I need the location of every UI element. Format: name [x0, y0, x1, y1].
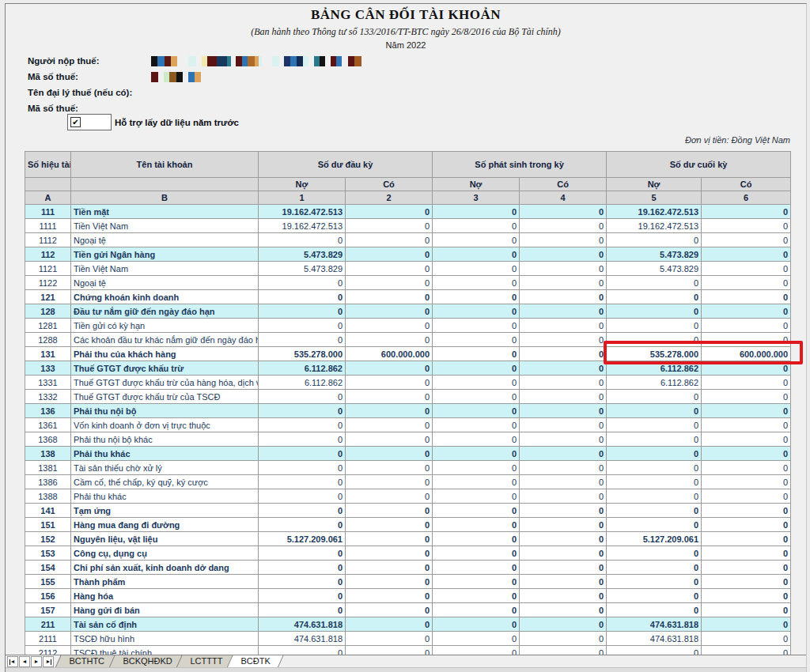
account-number-cell[interactable]: 1381: [25, 461, 71, 475]
value-cell[interactable]: 0: [346, 532, 433, 546]
value-cell[interactable]: 0: [346, 361, 433, 376]
value-cell[interactable]: 0: [346, 247, 433, 262]
value-cell[interactable]: 0: [433, 304, 520, 319]
value-cell[interactable]: 0: [702, 333, 791, 347]
sheet-tab-bckqhdkd[interactable]: BCKQHĐKD: [108, 655, 185, 668]
value-cell[interactable]: 0: [433, 319, 520, 333]
value-cell[interactable]: 0: [433, 489, 520, 504]
value-cell[interactable]: 0: [346, 575, 433, 589]
value-cell[interactable]: 0: [520, 304, 607, 319]
value-cell[interactable]: 0: [433, 418, 520, 432]
value-cell[interactable]: 0: [346, 518, 433, 532]
account-name-cell[interactable]: Tạm ứng: [71, 504, 259, 518]
value-cell[interactable]: 5.127.209.061: [607, 532, 702, 546]
next-sheet-button[interactable]: ►: [31, 656, 42, 667]
account-number-cell[interactable]: 121: [25, 290, 71, 304]
value-cell[interactable]: 0: [607, 447, 702, 461]
value-cell[interactable]: 0: [520, 475, 607, 489]
account-number-cell[interactable]: 152: [25, 532, 71, 546]
account-number-cell[interactable]: 111: [25, 205, 71, 219]
value-cell[interactable]: 0: [346, 432, 433, 447]
value-cell[interactable]: 0: [433, 390, 520, 404]
account-name-cell[interactable]: Phải thu khác: [71, 447, 259, 461]
account-name-cell[interactable]: Tiền Việt Nam: [71, 219, 259, 233]
value-cell[interactable]: 0: [702, 219, 791, 233]
account-name-cell[interactable]: Tiền Việt Nam: [71, 262, 259, 276]
value-cell[interactable]: 474.631.818: [607, 632, 702, 646]
value-cell[interactable]: 0: [520, 276, 607, 290]
account-name-cell[interactable]: Ngoại tệ: [71, 233, 259, 247]
value-cell[interactable]: 0: [520, 646, 607, 655]
value-cell[interactable]: 0: [433, 376, 520, 390]
value-cell[interactable]: 0: [702, 532, 791, 546]
value-cell[interactable]: 0: [520, 518, 607, 532]
value-cell[interactable]: 0: [702, 390, 791, 404]
account-name-cell[interactable]: Chứng khoán kinh doanh: [71, 290, 259, 304]
value-cell[interactable]: 0: [346, 276, 433, 290]
value-cell[interactable]: 0: [607, 475, 702, 489]
value-cell[interactable]: 0: [520, 561, 607, 575]
value-cell[interactable]: 0: [433, 646, 520, 655]
value-cell[interactable]: 0: [520, 447, 607, 461]
value-cell[interactable]: 0: [520, 219, 607, 233]
value-cell[interactable]: 0: [346, 589, 433, 603]
account-name-cell[interactable]: Hàng hóa: [71, 589, 259, 603]
account-name-cell[interactable]: Vốn kinh doanh ở đơn vị trực thuộc: [71, 418, 259, 432]
value-cell[interactable]: 0: [520, 347, 607, 361]
value-cell[interactable]: 0: [259, 432, 346, 447]
value-cell[interactable]: 0: [607, 504, 702, 518]
value-cell[interactable]: 0: [346, 603, 433, 617]
account-number-cell[interactable]: 1388: [25, 489, 71, 504]
account-number-cell[interactable]: 151: [25, 518, 71, 532]
value-cell[interactable]: 0: [702, 475, 791, 489]
value-cell[interactable]: 600.000.000: [346, 347, 433, 361]
value-cell[interactable]: 0: [702, 617, 791, 632]
value-cell[interactable]: 0: [520, 489, 607, 504]
value-cell[interactable]: 0: [702, 561, 791, 575]
account-name-cell[interactable]: Nguyên liệu, vật liệu: [71, 532, 259, 546]
value-cell[interactable]: 0: [520, 532, 607, 546]
value-cell[interactable]: 0: [346, 219, 433, 233]
account-name-cell[interactable]: TSCĐ hữu hình: [71, 632, 259, 646]
value-cell[interactable]: 5.473.829: [607, 247, 702, 262]
value-cell[interactable]: 0: [702, 276, 791, 290]
value-cell[interactable]: 0: [607, 390, 702, 404]
account-name-cell[interactable]: Thuế GTGT được khấu trừ của TSCĐ: [71, 390, 259, 404]
value-cell[interactable]: 0: [433, 219, 520, 233]
account-number-cell[interactable]: 128: [25, 304, 71, 319]
value-cell[interactable]: 0: [520, 361, 607, 376]
value-cell[interactable]: 0: [346, 632, 433, 646]
account-number-cell[interactable]: 155: [25, 575, 71, 589]
value-cell[interactable]: 0: [346, 646, 433, 655]
value-cell[interactable]: 0: [702, 361, 791, 376]
value-cell[interactable]: 0: [607, 589, 702, 603]
value-cell[interactable]: 0: [259, 475, 346, 489]
value-cell[interactable]: 0: [607, 333, 702, 347]
value-cell[interactable]: 0: [259, 390, 346, 404]
value-cell[interactable]: 0: [702, 304, 791, 319]
account-name-cell[interactable]: Đầu tư nắm giữ đến ngày đáo hạn: [71, 304, 259, 319]
value-cell[interactable]: 0: [433, 262, 520, 276]
value-cell[interactable]: 0: [346, 233, 433, 247]
value-cell[interactable]: 0: [346, 561, 433, 575]
account-name-cell[interactable]: Phải thu khác: [71, 489, 259, 504]
account-number-cell[interactable]: 1331: [25, 376, 71, 390]
account-number-cell[interactable]: 1332: [25, 390, 71, 404]
account-number-cell[interactable]: 157: [25, 603, 71, 617]
value-cell[interactable]: 0: [259, 461, 346, 475]
value-cell[interactable]: 19.162.472.513: [259, 219, 346, 233]
value-cell[interactable]: 474.631.818: [607, 617, 702, 632]
value-cell[interactable]: 0: [433, 589, 520, 603]
value-cell[interactable]: 0: [433, 561, 520, 575]
value-cell[interactable]: 0: [520, 617, 607, 632]
value-cell[interactable]: 0: [607, 575, 702, 589]
value-cell[interactable]: 0: [702, 247, 791, 262]
value-cell[interactable]: 0: [346, 290, 433, 304]
account-name-cell[interactable]: Cầm cố, thế chấp, ký quỹ, ký cược: [71, 475, 259, 489]
value-cell[interactable]: 0: [259, 575, 346, 589]
value-cell[interactable]: 0: [346, 404, 433, 418]
value-cell[interactable]: 0: [346, 319, 433, 333]
value-cell[interactable]: 0: [607, 404, 702, 418]
value-cell[interactable]: 0: [520, 233, 607, 247]
value-cell[interactable]: 0: [259, 319, 346, 333]
